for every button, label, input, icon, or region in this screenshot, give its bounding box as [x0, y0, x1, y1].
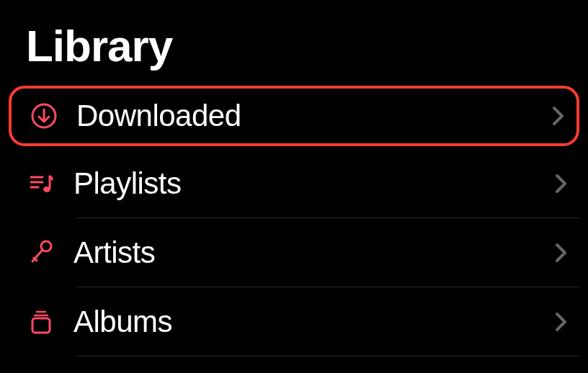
library-row-downloaded[interactable]: Downloaded: [9, 86, 579, 146]
library-list: Downloaded Playlists: [0, 78, 588, 356]
library-row-artists[interactable]: Artists: [9, 218, 579, 287]
svg-line-7: [32, 250, 43, 261]
chevron-right-icon: [540, 106, 576, 126]
playlist-icon: [9, 169, 74, 198]
library-row-label: Downloaded: [76, 99, 540, 133]
albums-icon: [9, 307, 74, 336]
svg-point-5: [43, 186, 50, 192]
microphone-icon: [9, 238, 74, 267]
library-row-label: Albums: [74, 305, 543, 339]
row-divider: [76, 356, 579, 356]
library-row-playlists[interactable]: Playlists: [9, 149, 579, 218]
library-row-label: Playlists: [74, 166, 543, 201]
library-row-label: Artists: [74, 235, 543, 270]
svg-rect-11: [32, 318, 50, 333]
chevron-right-icon: [543, 312, 579, 332]
library-row-albums[interactable]: Albums: [9, 287, 579, 356]
page-title: Library: [0, 0, 588, 78]
download-circle-icon: [12, 102, 76, 130]
chevron-right-icon: [543, 174, 579, 194]
chevron-right-icon: [543, 243, 579, 263]
